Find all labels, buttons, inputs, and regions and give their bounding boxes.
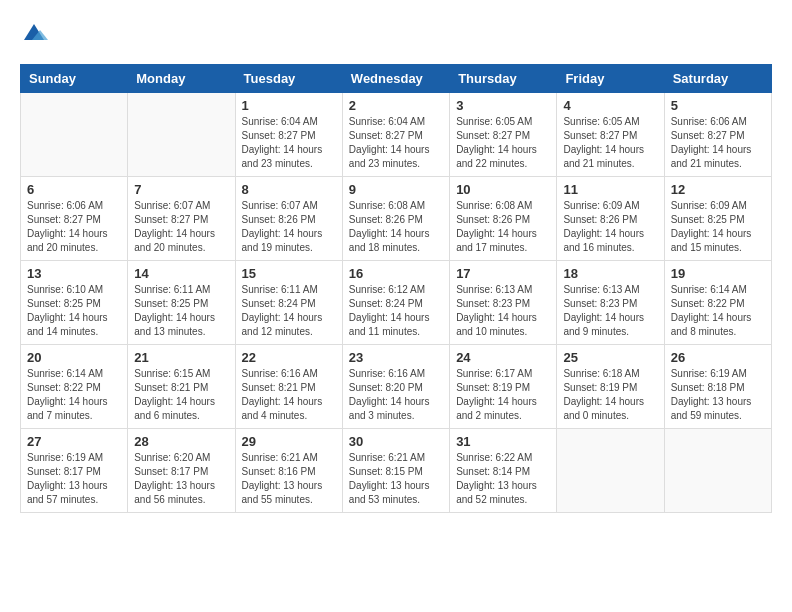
day-number: 29 — [242, 434, 336, 449]
day-cell: 11Sunrise: 6:09 AM Sunset: 8:26 PM Dayli… — [557, 177, 664, 261]
day-number: 16 — [349, 266, 443, 281]
day-number: 11 — [563, 182, 657, 197]
day-cell: 19Sunrise: 6:14 AM Sunset: 8:22 PM Dayli… — [664, 261, 771, 345]
header-cell-sunday: Sunday — [21, 65, 128, 93]
day-cell: 12Sunrise: 6:09 AM Sunset: 8:25 PM Dayli… — [664, 177, 771, 261]
header-cell-thursday: Thursday — [450, 65, 557, 93]
day-info: Sunrise: 6:06 AM Sunset: 8:27 PM Dayligh… — [671, 115, 765, 171]
day-info: Sunrise: 6:13 AM Sunset: 8:23 PM Dayligh… — [563, 283, 657, 339]
day-info: Sunrise: 6:11 AM Sunset: 8:25 PM Dayligh… — [134, 283, 228, 339]
day-info: Sunrise: 6:18 AM Sunset: 8:19 PM Dayligh… — [563, 367, 657, 423]
day-info: Sunrise: 6:06 AM Sunset: 8:27 PM Dayligh… — [27, 199, 121, 255]
day-number: 13 — [27, 266, 121, 281]
day-number: 26 — [671, 350, 765, 365]
day-cell: 26Sunrise: 6:19 AM Sunset: 8:18 PM Dayli… — [664, 345, 771, 429]
day-cell — [664, 429, 771, 513]
day-info: Sunrise: 6:22 AM Sunset: 8:14 PM Dayligh… — [456, 451, 550, 507]
day-info: Sunrise: 6:09 AM Sunset: 8:25 PM Dayligh… — [671, 199, 765, 255]
day-cell — [21, 93, 128, 177]
day-number: 9 — [349, 182, 443, 197]
day-cell: 22Sunrise: 6:16 AM Sunset: 8:21 PM Dayli… — [235, 345, 342, 429]
day-cell: 7Sunrise: 6:07 AM Sunset: 8:27 PM Daylig… — [128, 177, 235, 261]
day-number: 5 — [671, 98, 765, 113]
day-info: Sunrise: 6:19 AM Sunset: 8:18 PM Dayligh… — [671, 367, 765, 423]
day-cell: 10Sunrise: 6:08 AM Sunset: 8:26 PM Dayli… — [450, 177, 557, 261]
day-cell: 14Sunrise: 6:11 AM Sunset: 8:25 PM Dayli… — [128, 261, 235, 345]
day-cell: 3Sunrise: 6:05 AM Sunset: 8:27 PM Daylig… — [450, 93, 557, 177]
day-cell: 16Sunrise: 6:12 AM Sunset: 8:24 PM Dayli… — [342, 261, 449, 345]
logo — [20, 20, 50, 48]
logo-icon — [20, 20, 48, 48]
header-row: SundayMondayTuesdayWednesdayThursdayFrid… — [21, 65, 772, 93]
calendar-body: 1Sunrise: 6:04 AM Sunset: 8:27 PM Daylig… — [21, 93, 772, 513]
day-info: Sunrise: 6:12 AM Sunset: 8:24 PM Dayligh… — [349, 283, 443, 339]
page-header — [20, 20, 772, 48]
day-number: 23 — [349, 350, 443, 365]
day-cell — [128, 93, 235, 177]
day-cell: 4Sunrise: 6:05 AM Sunset: 8:27 PM Daylig… — [557, 93, 664, 177]
day-info: Sunrise: 6:07 AM Sunset: 8:26 PM Dayligh… — [242, 199, 336, 255]
week-row-5: 27Sunrise: 6:19 AM Sunset: 8:17 PM Dayli… — [21, 429, 772, 513]
day-cell: 21Sunrise: 6:15 AM Sunset: 8:21 PM Dayli… — [128, 345, 235, 429]
day-info: Sunrise: 6:05 AM Sunset: 8:27 PM Dayligh… — [563, 115, 657, 171]
day-number: 19 — [671, 266, 765, 281]
day-number: 1 — [242, 98, 336, 113]
day-number: 8 — [242, 182, 336, 197]
day-cell: 8Sunrise: 6:07 AM Sunset: 8:26 PM Daylig… — [235, 177, 342, 261]
day-cell: 29Sunrise: 6:21 AM Sunset: 8:16 PM Dayli… — [235, 429, 342, 513]
day-number: 12 — [671, 182, 765, 197]
day-cell: 13Sunrise: 6:10 AM Sunset: 8:25 PM Dayli… — [21, 261, 128, 345]
header-cell-friday: Friday — [557, 65, 664, 93]
week-row-3: 13Sunrise: 6:10 AM Sunset: 8:25 PM Dayli… — [21, 261, 772, 345]
day-info: Sunrise: 6:07 AM Sunset: 8:27 PM Dayligh… — [134, 199, 228, 255]
calendar-table: SundayMondayTuesdayWednesdayThursdayFrid… — [20, 64, 772, 513]
day-cell: 1Sunrise: 6:04 AM Sunset: 8:27 PM Daylig… — [235, 93, 342, 177]
day-cell: 15Sunrise: 6:11 AM Sunset: 8:24 PM Dayli… — [235, 261, 342, 345]
day-info: Sunrise: 6:21 AM Sunset: 8:16 PM Dayligh… — [242, 451, 336, 507]
day-cell: 18Sunrise: 6:13 AM Sunset: 8:23 PM Dayli… — [557, 261, 664, 345]
day-number: 18 — [563, 266, 657, 281]
day-info: Sunrise: 6:19 AM Sunset: 8:17 PM Dayligh… — [27, 451, 121, 507]
day-cell: 6Sunrise: 6:06 AM Sunset: 8:27 PM Daylig… — [21, 177, 128, 261]
day-number: 10 — [456, 182, 550, 197]
day-cell: 24Sunrise: 6:17 AM Sunset: 8:19 PM Dayli… — [450, 345, 557, 429]
day-cell: 25Sunrise: 6:18 AM Sunset: 8:19 PM Dayli… — [557, 345, 664, 429]
day-number: 20 — [27, 350, 121, 365]
day-info: Sunrise: 6:08 AM Sunset: 8:26 PM Dayligh… — [456, 199, 550, 255]
day-number: 28 — [134, 434, 228, 449]
header-cell-monday: Monday — [128, 65, 235, 93]
header-cell-tuesday: Tuesday — [235, 65, 342, 93]
day-info: Sunrise: 6:10 AM Sunset: 8:25 PM Dayligh… — [27, 283, 121, 339]
day-number: 14 — [134, 266, 228, 281]
day-info: Sunrise: 6:16 AM Sunset: 8:20 PM Dayligh… — [349, 367, 443, 423]
day-info: Sunrise: 6:13 AM Sunset: 8:23 PM Dayligh… — [456, 283, 550, 339]
day-cell: 20Sunrise: 6:14 AM Sunset: 8:22 PM Dayli… — [21, 345, 128, 429]
day-cell: 27Sunrise: 6:19 AM Sunset: 8:17 PM Dayli… — [21, 429, 128, 513]
day-number: 2 — [349, 98, 443, 113]
day-info: Sunrise: 6:16 AM Sunset: 8:21 PM Dayligh… — [242, 367, 336, 423]
day-info: Sunrise: 6:04 AM Sunset: 8:27 PM Dayligh… — [349, 115, 443, 171]
day-info: Sunrise: 6:09 AM Sunset: 8:26 PM Dayligh… — [563, 199, 657, 255]
day-number: 22 — [242, 350, 336, 365]
day-cell: 2Sunrise: 6:04 AM Sunset: 8:27 PM Daylig… — [342, 93, 449, 177]
week-row-1: 1Sunrise: 6:04 AM Sunset: 8:27 PM Daylig… — [21, 93, 772, 177]
day-number: 25 — [563, 350, 657, 365]
day-cell: 30Sunrise: 6:21 AM Sunset: 8:15 PM Dayli… — [342, 429, 449, 513]
day-info: Sunrise: 6:21 AM Sunset: 8:15 PM Dayligh… — [349, 451, 443, 507]
week-row-4: 20Sunrise: 6:14 AM Sunset: 8:22 PM Dayli… — [21, 345, 772, 429]
day-number: 6 — [27, 182, 121, 197]
day-number: 4 — [563, 98, 657, 113]
day-number: 30 — [349, 434, 443, 449]
day-number: 17 — [456, 266, 550, 281]
day-number: 27 — [27, 434, 121, 449]
day-info: Sunrise: 6:05 AM Sunset: 8:27 PM Dayligh… — [456, 115, 550, 171]
day-number: 21 — [134, 350, 228, 365]
day-cell — [557, 429, 664, 513]
day-info: Sunrise: 6:15 AM Sunset: 8:21 PM Dayligh… — [134, 367, 228, 423]
day-info: Sunrise: 6:17 AM Sunset: 8:19 PM Dayligh… — [456, 367, 550, 423]
day-cell: 23Sunrise: 6:16 AM Sunset: 8:20 PM Dayli… — [342, 345, 449, 429]
day-cell: 9Sunrise: 6:08 AM Sunset: 8:26 PM Daylig… — [342, 177, 449, 261]
day-info: Sunrise: 6:08 AM Sunset: 8:26 PM Dayligh… — [349, 199, 443, 255]
day-info: Sunrise: 6:11 AM Sunset: 8:24 PM Dayligh… — [242, 283, 336, 339]
day-info: Sunrise: 6:14 AM Sunset: 8:22 PM Dayligh… — [671, 283, 765, 339]
